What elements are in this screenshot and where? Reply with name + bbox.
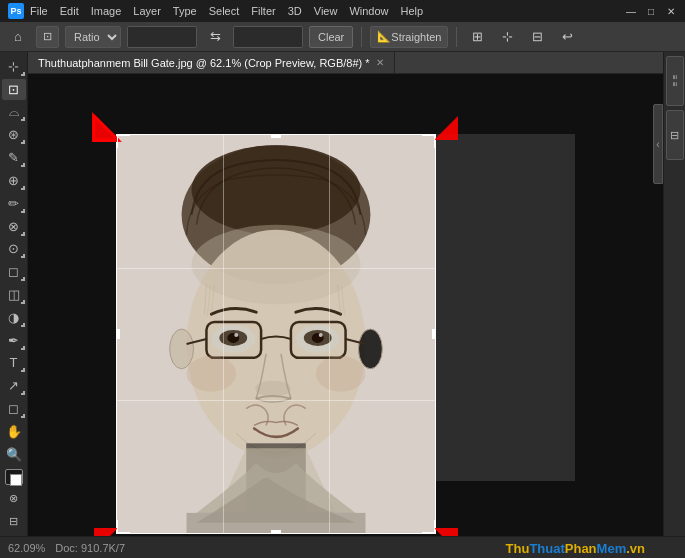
menu-file[interactable]: File (30, 5, 48, 17)
path-selection-tool[interactable]: ↗ (2, 375, 26, 396)
grid-line-v2 (329, 135, 330, 533)
window-controls[interactable]: — □ ✕ (625, 5, 677, 17)
watermark-phan: Phan (565, 541, 597, 556)
crop-handle-bottom-left[interactable] (116, 520, 130, 534)
dodge-tool[interactable]: ◑ (2, 307, 26, 328)
dark-overlay-right (575, 134, 663, 481)
height-input[interactable] (233, 26, 303, 48)
quick-mask-button[interactable]: ⊗ (2, 489, 26, 510)
menu-image[interactable]: Image (91, 5, 122, 17)
separator (361, 27, 362, 47)
close-button[interactable]: ✕ (665, 5, 677, 17)
svg-point-18 (319, 333, 323, 337)
watermark-thu: Thu (506, 541, 530, 556)
svg-point-4 (192, 225, 361, 305)
clone-tool[interactable]: ⊗ (2, 216, 26, 237)
overlay-grid-button[interactable]: ⊞ (465, 26, 489, 48)
separator2 (456, 27, 457, 47)
watermark-vn: .vn (626, 541, 645, 556)
ratio-select[interactable]: Ratio (65, 26, 121, 48)
svg-point-21 (316, 356, 366, 392)
menu-help[interactable]: Help (401, 5, 424, 17)
crop-handle-top-right[interactable] (422, 134, 436, 148)
zoom-level: 62.09% (8, 542, 45, 554)
crop-handle-bottom-mid[interactable] (271, 530, 281, 534)
crop-handle-top-mid[interactable] (271, 134, 281, 138)
layers-panel-button[interactable]: ≡ ≡ (666, 56, 684, 106)
pen-tool[interactable]: ✒ (2, 330, 26, 351)
straighten-button[interactable]: 📐 Straighten (370, 26, 448, 48)
document-tab[interactable]: Thuthuatphanmem Bill Gate.jpg @ 62.1% (C… (28, 52, 395, 73)
tab-close-button[interactable]: ✕ (376, 57, 384, 68)
svg-point-2 (192, 145, 361, 234)
svg-point-6 (170, 329, 194, 369)
eyedropper-tool[interactable]: ✎ (2, 147, 26, 168)
gradient-tool[interactable]: ◫ (2, 284, 26, 305)
minimize-button[interactable]: — (625, 5, 637, 17)
title-left: Ps File Edit Image Layer Type Select Fil… (8, 3, 423, 19)
grid-line-h2 (117, 400, 435, 401)
move-tool[interactable]: ⊹ (2, 56, 26, 77)
menu-edit[interactable]: Edit (60, 5, 79, 17)
status-bar: 62.09% Doc: 910.7K/7 ThuThuatPhanMem.vn (0, 536, 685, 558)
doc-info: Doc: 910.7K/7 (55, 542, 125, 554)
zoom-tool[interactable]: 🔍 (2, 444, 26, 465)
menu-filter[interactable]: Filter (251, 5, 275, 17)
adjustments-panel-button[interactable]: ⊟ (666, 110, 684, 160)
crop-ratio-preset-button[interactable]: ⊡ (36, 26, 59, 48)
menu-type[interactable]: Type (173, 5, 197, 17)
svg-point-19 (255, 381, 291, 397)
menu-bar[interactable]: File Edit Image Layer Type Select Filter… (30, 5, 423, 17)
options-bar: ⌂ ⊡ Ratio ⇆ Clear 📐 Straighten ⊞ ⊹ ⊟ ↩ (0, 22, 685, 52)
content-aware-button[interactable]: ⊹ (495, 26, 519, 48)
crop-handle-right-mid[interactable] (432, 329, 436, 339)
quick-select-tool[interactable]: ⊛ (2, 124, 26, 145)
canvas-background[interactable]: ‹ (28, 74, 663, 536)
width-input[interactable] (127, 26, 197, 48)
foreground-color[interactable] (5, 469, 23, 485)
eraser-tool[interactable]: ◻ (2, 261, 26, 282)
sketch-image (116, 134, 436, 534)
menu-layer[interactable]: Layer (133, 5, 161, 17)
commit-button[interactable]: ↩ (555, 26, 579, 48)
brush-tool[interactable]: ✏ (2, 193, 26, 214)
watermark-text: ThuThuatPhanMem.vn (506, 541, 645, 556)
tab-bar: Thuthuatphanmem Bill Gate.jpg @ 62.1% (C… (28, 52, 663, 74)
maximize-button[interactable]: □ (645, 5, 657, 17)
screen-mode-button[interactable]: ⊟ (2, 511, 26, 532)
dark-overlay-left (28, 134, 116, 481)
straighten-label: Straighten (391, 31, 441, 43)
healing-tool[interactable]: ⊕ (2, 170, 26, 191)
svg-marker-32 (94, 528, 118, 536)
shape-tool[interactable]: ◻ (2, 398, 26, 419)
svg-point-20 (187, 356, 237, 392)
crop-tool[interactable]: ⊡ (2, 79, 26, 100)
menu-3d[interactable]: 3D (288, 5, 302, 17)
menu-window[interactable]: Window (349, 5, 388, 17)
svg-marker-31 (434, 116, 458, 140)
options-button[interactable]: ⊟ (525, 26, 549, 48)
clear-button[interactable]: Clear (309, 26, 353, 48)
crop-container[interactable] (116, 134, 436, 534)
home-button[interactable]: ⌂ (6, 26, 30, 48)
text-tool[interactable]: T (2, 353, 26, 374)
right-panel: ≡ ≡ ⊟ (663, 52, 685, 536)
crop-handle-top-left[interactable] (116, 134, 130, 148)
svg-point-5 (358, 329, 382, 369)
menu-select[interactable]: Select (209, 5, 240, 17)
history-tool[interactable]: ⊙ (2, 239, 26, 260)
title-bar: Ps File Edit Image Layer Type Select Fil… (0, 0, 685, 22)
swap-button[interactable]: ⇆ (203, 26, 227, 48)
crop-handle-bottom-right[interactable] (422, 520, 436, 534)
svg-point-17 (234, 333, 238, 337)
menu-view[interactable]: View (314, 5, 338, 17)
grid-line-v1 (223, 135, 224, 533)
canvas-area[interactable]: Thuthuatphanmem Bill Gate.jpg @ 62.1% (C… (28, 52, 663, 536)
svg-marker-33 (434, 528, 458, 536)
straighten-icon: 📐 (377, 30, 391, 43)
panel-collapse-button[interactable]: ‹ (653, 104, 663, 184)
crop-handle-left-mid[interactable] (116, 329, 120, 339)
left-toolbar: ⊹ ⊡ ⌓ ⊛ ✎ ⊕ ✏ ⊗ ⊙ ◻ ◫ ◑ ✒ T ↗ ◻ ✋ 🔍 ⊗ ⊟ (0, 52, 28, 536)
lasso-tool[interactable]: ⌓ (2, 102, 26, 123)
hand-tool[interactable]: ✋ (2, 421, 26, 442)
